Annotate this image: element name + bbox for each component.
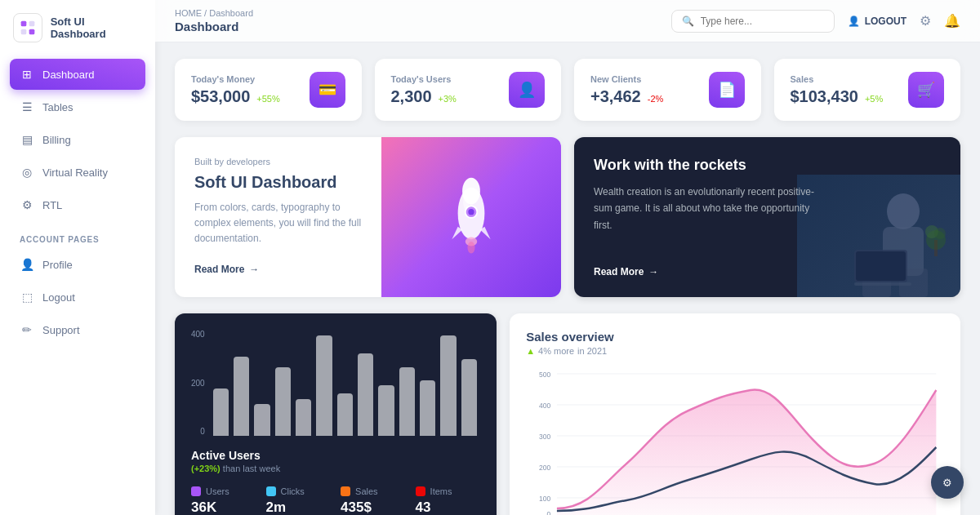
- users-dot: [191, 486, 201, 496]
- read-more-label: Read More: [194, 264, 244, 275]
- stat-info-clients: New Clients +3,462 -2%: [590, 74, 663, 106]
- stat-change: +55%: [256, 94, 279, 104]
- arrow-icon: →: [249, 264, 259, 275]
- bar-chart-bar: [440, 335, 456, 437]
- settings-header-icon[interactable]: ⚙: [920, 13, 931, 29]
- sidebar-item-profile[interactable]: 👤 Profile: [10, 249, 145, 280]
- sidebar-item-label: Billing: [42, 134, 71, 146]
- search-box[interactable]: 🔍: [671, 10, 835, 33]
- stat-value: $103,430: [791, 87, 858, 106]
- promo-card: Built by developers Soft UI Dashboard Fr…: [175, 137, 561, 297]
- breadcrumb-current: Dashboard: [209, 8, 253, 18]
- bar-chart-bar: [254, 404, 270, 436]
- clicks-metric-value: 2m: [266, 499, 332, 515]
- users-metric-value: 36K: [191, 499, 256, 515]
- svg-rect-3: [29, 29, 34, 35]
- dark-card-title: Work with the rockets: [594, 157, 941, 174]
- stat-card-clients: New Clients +3,462 -2% 📄: [574, 59, 761, 121]
- users-metric-label: Users: [206, 486, 229, 496]
- dashboard-icon: ⊞: [20, 67, 34, 82]
- mid-section: Built by developers Soft UI Dashboard Fr…: [175, 137, 960, 297]
- sidebar-logo-text: Soft UI Dashboard: [51, 16, 142, 40]
- stat-change: +5%: [865, 94, 883, 104]
- breadcrumb: HOME / Dashboard Dashboard: [175, 8, 253, 33]
- svg-text:0: 0: [547, 510, 551, 515]
- active-users-title: Active Users: [191, 449, 480, 462]
- items-metric-label: Items: [430, 486, 452, 496]
- dark-card: Work with the rockets Wealth creation is…: [574, 137, 960, 297]
- svg-text:500: 500: [539, 371, 550, 379]
- sidebar-item-label: Profile: [42, 259, 73, 271]
- sidebar-item-billing[interactable]: ▤ Billing: [10, 124, 145, 155]
- dark-read-more-label: Read More: [594, 266, 644, 277]
- svg-point-11: [467, 242, 474, 254]
- logout-button[interactable]: 👤 LOGOUT: [848, 16, 906, 27]
- active-users-card: 400 200 0 Active Users (+23%) than last …: [175, 313, 497, 515]
- promo-desc: From colors, cards, typography to comple…: [194, 200, 373, 247]
- header: HOME / Dashboard Dashboard 🔍 👤 LOGOUT ⚙ …: [155, 0, 980, 42]
- stat-change: -2%: [648, 94, 664, 104]
- sidebar-item-label: Support: [42, 324, 80, 336]
- tables-icon: ☰: [20, 100, 34, 114]
- svg-text:400: 400: [539, 402, 550, 410]
- sales-dot: [341, 486, 350, 496]
- active-users-period: than last week: [223, 464, 280, 473]
- svg-point-7: [468, 209, 474, 215]
- bottom-section: 400 200 0 Active Users (+23%) than last …: [175, 313, 960, 515]
- dark-card-content: Work with the rockets Wealth creation is…: [574, 137, 960, 297]
- sidebar-item-logout[interactable]: ⬚ Logout: [10, 282, 145, 313]
- svg-rect-0: [20, 21, 26, 27]
- page-title: Dashboard: [175, 20, 253, 33]
- y-label-0: 0: [191, 427, 205, 436]
- stat-label: Today's Users: [391, 74, 457, 84]
- metric-label-items: Items: [416, 486, 481, 496]
- stat-label: Today's Money: [191, 74, 280, 84]
- vr-icon: ◎: [20, 165, 34, 180]
- svg-text:200: 200: [539, 464, 550, 472]
- line-chart-wrapper: 500 400 300 200 100 0: [526, 366, 944, 515]
- sidebar-item-label: Tables: [42, 101, 74, 113]
- bar-chart-bar: [316, 335, 332, 437]
- notifications-icon[interactable]: 🔔: [944, 13, 960, 29]
- main-content: HOME / Dashboard Dashboard 🔍 👤 LOGOUT ⚙ …: [155, 0, 980, 515]
- items-dot: [416, 486, 425, 496]
- breadcrumb-home: HOME: [175, 8, 202, 18]
- active-users-change: (+23%): [191, 464, 220, 473]
- user-icon: 👤: [848, 16, 860, 27]
- header-right: 🔍 👤 LOGOUT ⚙ 🔔: [671, 10, 960, 33]
- stat-card-money: Today's Money $53,000 +55% 💳: [175, 59, 362, 121]
- sidebar-item-vr[interactable]: ◎ Virtual Reality: [10, 157, 145, 188]
- stat-value: +3,462: [590, 87, 641, 106]
- billing-icon: ▤: [20, 132, 34, 147]
- read-more-button[interactable]: Read More →: [194, 264, 373, 275]
- settings-fab-icon: ⚙: [942, 477, 952, 489]
- dark-arrow-icon: →: [648, 266, 658, 277]
- settings-fab-button[interactable]: ⚙: [931, 466, 964, 499]
- stat-label: Sales: [791, 74, 884, 84]
- dark-read-more-button[interactable]: Read More →: [594, 266, 941, 277]
- sales-metric-value: 435$: [341, 499, 406, 515]
- sidebar-item-rtl[interactable]: ⚙ RTL: [10, 189, 145, 220]
- sidebar-item-support[interactable]: ✏ Support: [10, 314, 145, 345]
- logout-label: LOGOUT: [865, 16, 906, 27]
- sales-metric-label: Sales: [355, 486, 378, 496]
- sidebar-item-dashboard[interactable]: ⊞ Dashboard: [10, 59, 145, 90]
- sales-sub: ▲ 4% more in 2021: [526, 346, 944, 356]
- stat-info-money: Today's Money $53,000 +55%: [191, 74, 280, 106]
- promo-tag: Built by developers: [194, 157, 373, 166]
- sidebar-item-label: Logout: [42, 291, 75, 304]
- stat-info-users: Today's Users 2,300 +3%: [391, 74, 457, 106]
- sidebar-logo: Soft UI Dashboard: [0, 13, 155, 59]
- bar-chart-bar: [358, 353, 373, 436]
- sidebar-item-tables[interactable]: ☰ Tables: [10, 91, 145, 122]
- stats-row: Today's Money $53,000 +55% 💳 Today's Use…: [175, 59, 960, 121]
- svg-point-12: [463, 195, 469, 210]
- y-label-200: 200: [191, 379, 205, 388]
- promo-title: Soft UI Dashboard: [194, 173, 373, 192]
- sidebar: Soft UI Dashboard ⊞ Dashboard ☰ Tables ▤…: [0, 0, 155, 515]
- sales-header: Sales overview ▲ 4% more in 2021: [526, 330, 944, 356]
- bar-chart-bar: [275, 367, 291, 437]
- bar-chart-bar: [399, 367, 415, 437]
- search-input[interactable]: [701, 16, 824, 27]
- sidebar-item-label: Dashboard: [42, 69, 95, 81]
